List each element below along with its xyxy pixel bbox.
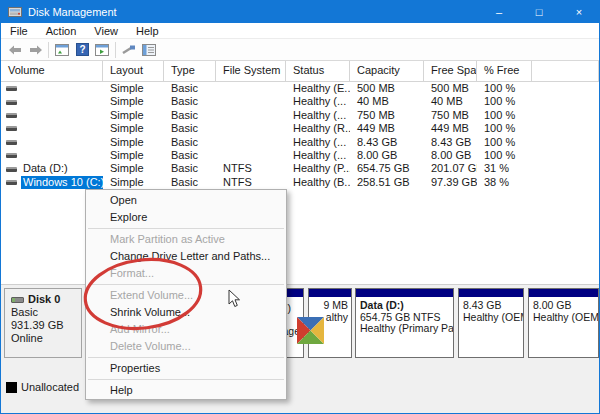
partition-header-bar bbox=[309, 289, 351, 297]
partition-header-bar bbox=[356, 289, 453, 297]
table-row[interactable]: Simple Basic Healthy (... 40 MB 40 MB 10… bbox=[1, 95, 599, 108]
context-menu-item-properties[interactable]: Properties bbox=[86, 360, 286, 377]
disk-management-app-icon bbox=[8, 6, 22, 18]
menu-separator bbox=[86, 226, 286, 231]
svg-text:?: ? bbox=[79, 44, 85, 55]
context-menu-item-shrink-volume[interactable]: Shrink Volume... bbox=[86, 304, 286, 321]
context-menu-item-change-drive-letter[interactable]: Change Drive Letter and Paths... bbox=[86, 248, 286, 265]
column-header-free-space[interactable]: Free Spa... bbox=[424, 61, 477, 82]
action-pointer-icon[interactable] bbox=[119, 41, 139, 59]
menu-help[interactable]: Help bbox=[127, 23, 168, 39]
volume-icon bbox=[6, 113, 17, 118]
disk0-type: Basic bbox=[11, 306, 81, 319]
maximize-button[interactable]: □ bbox=[519, 1, 559, 23]
partition-block-800gb[interactable]: 8.00 GB Healthy (OEM bbox=[528, 288, 599, 358]
selected-volume-label: Windows 10 (C:) bbox=[21, 176, 103, 189]
column-header-type[interactable]: Type bbox=[164, 61, 216, 82]
volume-icon bbox=[6, 153, 17, 158]
volume-icon bbox=[6, 140, 17, 145]
menu-action[interactable]: Action bbox=[37, 23, 86, 39]
context-menu-item-delete-volume: Delete Volume... bbox=[86, 338, 286, 355]
forward-arrow-icon[interactable] bbox=[25, 41, 45, 59]
context-menu-item-open[interactable]: Open bbox=[86, 192, 286, 209]
console-window-icon[interactable] bbox=[52, 41, 72, 59]
minimize-button[interactable]: – bbox=[479, 1, 519, 23]
table-row[interactable]: Simple Basic Healthy (R... 449 MB 449 MB… bbox=[1, 122, 599, 135]
toolbar-separator bbox=[115, 42, 116, 58]
partition-block-843gb[interactable]: 8.43 GB Healthy (OEM bbox=[458, 288, 524, 358]
window-title: Disk Management bbox=[28, 6, 117, 18]
volume-icon bbox=[6, 180, 17, 185]
column-header-file-system[interactable]: File System bbox=[216, 61, 286, 82]
toolbar-separator bbox=[48, 42, 49, 58]
disk-management-window: Disk Management – □ × File Action View H… bbox=[0, 0, 600, 414]
menu-separator bbox=[86, 355, 286, 360]
volume-icon bbox=[6, 100, 17, 105]
context-menu-item-format: Format... bbox=[86, 265, 286, 282]
context-menu-item-explore[interactable]: Explore bbox=[86, 209, 286, 226]
table-row[interactable]: Simple Basic Healthy (... 8.00 GB 8.00 G… bbox=[1, 149, 599, 162]
context-menu-item-extend-volume: Extend Volume... bbox=[86, 287, 286, 304]
context-menu-item-add-mirror: Add Mirror... bbox=[86, 321, 286, 338]
help-icon[interactable]: ? bbox=[72, 41, 92, 59]
console-window-play-icon[interactable] bbox=[92, 41, 112, 59]
column-header-layout[interactable]: Layout bbox=[103, 61, 164, 82]
title-bar: Disk Management – □ × bbox=[1, 1, 599, 23]
disk0-size: 931.39 GB bbox=[11, 319, 81, 332]
disk-icon bbox=[11, 297, 24, 303]
toolbar: ? bbox=[1, 39, 599, 61]
menu-separator bbox=[86, 377, 286, 382]
table-row[interactable]: Simple Basic Healthy (... 750 MB 750 MB … bbox=[1, 109, 599, 122]
unallocated-swatch bbox=[6, 382, 17, 393]
disk0-info-panel[interactable]: Disk 0 Basic 931.39 GB Online bbox=[4, 288, 82, 358]
volume-icon bbox=[6, 167, 17, 172]
list-properties-icon[interactable] bbox=[139, 41, 159, 59]
column-header-capacity[interactable]: Capacity bbox=[350, 61, 424, 82]
partition-block-data-d[interactable]: Data (D:) 654.75 GB NTFS Healthy (Primar… bbox=[355, 288, 454, 358]
table-row[interactable]: Simple Basic Healthy (... 8.43 GB 8.43 G… bbox=[1, 136, 599, 149]
unallocated-label: Unallocated bbox=[21, 381, 79, 394]
partition-header-bar bbox=[459, 289, 523, 297]
column-header-blank bbox=[532, 61, 599, 82]
table-row[interactable]: Simple Basic Healthy (E... 500 MB 500 MB… bbox=[1, 82, 599, 95]
column-header-status[interactable]: Status bbox=[286, 61, 350, 82]
partition-header-bar bbox=[529, 289, 598, 297]
context-menu-item-help[interactable]: Help bbox=[86, 382, 286, 399]
volume-icon bbox=[6, 126, 17, 131]
menu-view[interactable]: View bbox=[85, 23, 127, 39]
menu-bar: File Action View Help bbox=[1, 23, 599, 39]
close-button[interactable]: × bbox=[559, 1, 599, 23]
volume-icon bbox=[6, 86, 17, 91]
menu-separator bbox=[86, 282, 286, 287]
volume-context-menu: Open Explore Mark Partition as Active Ch… bbox=[85, 189, 287, 400]
back-arrow-icon[interactable] bbox=[5, 41, 25, 59]
context-menu-item-mark-partition-active: Mark Partition as Active bbox=[86, 231, 286, 248]
menu-file[interactable]: File bbox=[1, 23, 37, 39]
table-row-data-d[interactable]: Data (D:) Simple Basic NTFS Healthy (P..… bbox=[1, 162, 599, 175]
volume-table-header: Volume Layout Type File System Status Ca… bbox=[1, 61, 599, 82]
disk0-status: Online bbox=[11, 332, 81, 345]
table-row-windows10-c-selected[interactable]: Windows 10 (C:) Simple Basic NTFS Health… bbox=[1, 176, 599, 189]
column-header-pct-free[interactable]: % Free bbox=[477, 61, 532, 82]
column-header-volume[interactable]: Volume bbox=[1, 61, 103, 82]
pinwheel-logo bbox=[297, 317, 324, 346]
